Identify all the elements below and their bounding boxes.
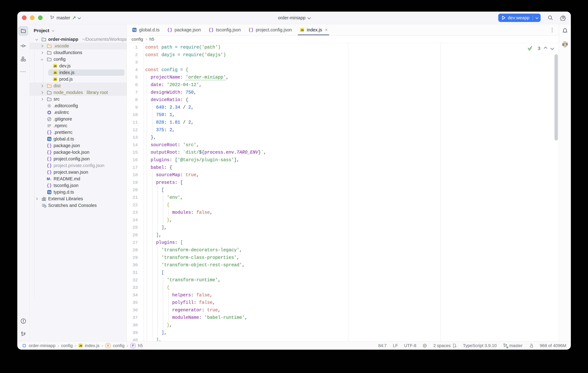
line-number[interactable]: 29 bbox=[128, 254, 138, 262]
prev-problem-chevron[interactable] bbox=[544, 47, 547, 50]
version-control-tool-button[interactable] bbox=[20, 331, 26, 338]
tree-item--editorconfig[interactable]: .editorconfig bbox=[30, 102, 127, 109]
tree-item-src[interactable]: src bbox=[30, 96, 127, 102]
line-number[interactable]: 21 bbox=[128, 194, 138, 201]
line-number[interactable]: 8 bbox=[128, 96, 138, 104]
breadcrumb-config[interactable]: config bbox=[132, 37, 143, 42]
read-write-toggle[interactable] bbox=[529, 343, 534, 348]
line-number[interactable]: 34 bbox=[128, 292, 138, 299]
tree-item-global-d-ts[interactable]: TSglobal.d.ts bbox=[30, 136, 127, 142]
status-breadcrumb-index.js[interactable]: index.js bbox=[85, 343, 99, 348]
line-number[interactable]: 7 bbox=[128, 89, 138, 96]
line-number[interactable]: 27 bbox=[128, 239, 138, 247]
settings-gear-icon[interactable] bbox=[560, 15, 566, 21]
line-number[interactable]: 1 bbox=[128, 44, 138, 51]
tree-chevron-down-icon[interactable] bbox=[33, 38, 40, 40]
close-tab-icon[interactable]: × bbox=[325, 27, 328, 33]
line-number[interactable]: 37 bbox=[128, 314, 138, 322]
line-number[interactable]: 17 bbox=[128, 164, 138, 172]
line-number[interactable]: 33 bbox=[128, 284, 138, 292]
tree-item-index-js[interactable]: JSindex.js bbox=[30, 69, 127, 76]
tree-item-external-libraries[interactable]: External Libraries bbox=[30, 196, 127, 202]
tree-item-tsconfig-json[interactable]: {}tsconfig.json bbox=[30, 182, 127, 189]
git-branch[interactable]: master bbox=[503, 343, 523, 348]
line-number[interactable]: 38 bbox=[128, 321, 138, 329]
line-separator[interactable]: LF bbox=[393, 343, 398, 348]
tree-item--gitignore[interactable]: .gitignore bbox=[30, 116, 127, 122]
status-breadcrumb-order-miniapp[interactable]: order-miniapp bbox=[29, 343, 55, 348]
line-number[interactable]: 19 bbox=[128, 179, 138, 186]
tree-chevron-right-icon[interactable] bbox=[39, 52, 45, 54]
line-number[interactable]: 22 bbox=[128, 201, 138, 209]
tree-chevron-right-icon[interactable] bbox=[39, 85, 45, 87]
line-number[interactable]: 5 bbox=[128, 74, 138, 81]
line-number[interactable]: 10 bbox=[128, 111, 138, 119]
tree-chevron-right-icon[interactable] bbox=[39, 92, 45, 93]
typescript-version[interactable]: TypeScript 3.9.10 bbox=[463, 343, 497, 348]
tab-project-config-json[interactable]: {}project.config.json bbox=[244, 24, 295, 35]
line-number[interactable]: 11 bbox=[128, 119, 138, 126]
tree-item-dev-js[interactable]: JSdev.js bbox=[30, 63, 127, 69]
tree-item--prettierrc[interactable]: {}.prettierrc bbox=[30, 129, 127, 136]
line-number[interactable]: 9 bbox=[128, 104, 138, 111]
tree-item-dist[interactable]: dist bbox=[30, 83, 127, 89]
line-number[interactable]: 26 bbox=[128, 231, 138, 239]
tree-item-typing-d-ts[interactable]: TStyping.d.ts bbox=[30, 189, 127, 196]
line-number[interactable]: 12 bbox=[128, 126, 138, 134]
line-number[interactable]: 4 bbox=[128, 66, 138, 74]
tree-item--eslintrc[interactable]: .eslintrc bbox=[30, 109, 127, 116]
line-number[interactable]: 3 bbox=[128, 59, 138, 66]
plugin-x-icon[interactable]: X bbox=[562, 41, 568, 48]
status-breadcrumb-config[interactable]: config bbox=[113, 343, 125, 348]
line-number[interactable]: 15 bbox=[128, 149, 138, 156]
zoom-window-button[interactable] bbox=[38, 15, 43, 20]
search-everywhere-icon[interactable] bbox=[547, 15, 553, 21]
editor-scrollbar-thumb[interactable] bbox=[555, 54, 558, 141]
file-encoding[interactable]: UTF-8 bbox=[404, 343, 416, 348]
tree-item-order-miniapp[interactable]: order-miniapp ~/Documents/Workspace/ bbox=[30, 36, 127, 43]
line-number[interactable]: 18 bbox=[128, 171, 138, 179]
tree-item-project-swan-json[interactable]: {}project.swan.json bbox=[30, 169, 127, 176]
line-number[interactable]: 31 bbox=[128, 269, 138, 277]
tree-item--vscode[interactable]: .vscode bbox=[30, 43, 127, 49]
line-number[interactable]: 30 bbox=[128, 262, 138, 269]
line-number[interactable]: 32 bbox=[128, 277, 138, 284]
line-number[interactable]: 13 bbox=[128, 134, 138, 141]
status-breadcrumb-config[interactable]: config bbox=[61, 343, 73, 348]
memory-indicator[interactable]: 968 of 4096M bbox=[540, 343, 566, 348]
line-number[interactable]: 24 bbox=[128, 217, 138, 224]
tab-package-json[interactable]: {}package.json bbox=[163, 24, 205, 35]
tab-index-js[interactable]: JSindex.js× bbox=[295, 24, 331, 35]
line-number[interactable]: 16 bbox=[128, 156, 138, 164]
breadcrumb-h5[interactable]: h5 bbox=[149, 37, 154, 42]
project-tool-button[interactable] bbox=[19, 26, 28, 36]
line-number[interactable]: 6 bbox=[128, 81, 138, 89]
line-number[interactable]: 35 bbox=[128, 299, 138, 307]
tree-chevron-down-icon[interactable] bbox=[39, 58, 45, 60]
git-branch-widget[interactable]: master ↗ bbox=[50, 15, 80, 20]
editor-gutter[interactable]: 1234567891011121314151617181920212223242… bbox=[127, 43, 144, 341]
tree-item-cloudfunctions[interactable]: cloudfunctions bbox=[30, 49, 127, 56]
tab-tsconfig-json[interactable]: {}tsconfig.json bbox=[205, 24, 244, 35]
line-number[interactable]: 14 bbox=[128, 141, 138, 149]
line-number[interactable]: 20 bbox=[128, 186, 138, 194]
line-number[interactable]: 23 bbox=[128, 209, 138, 217]
line-number[interactable]: 40 bbox=[128, 337, 138, 341]
tree-item-readme-md[interactable]: M↓README.md bbox=[30, 176, 127, 182]
project-title[interactable]: order-miniapp bbox=[278, 11, 310, 24]
close-window-button[interactable] bbox=[22, 15, 27, 20]
inspections-widget[interactable]: 3 bbox=[527, 45, 553, 52]
structure-tool-button[interactable] bbox=[20, 56, 26, 62]
tree-chevron-right-icon[interactable] bbox=[39, 98, 45, 100]
highlight-level[interactable] bbox=[422, 343, 427, 348]
tree-item-package-json[interactable]: {}package.json bbox=[30, 142, 127, 149]
run-options-chevron[interactable] bbox=[533, 14, 541, 22]
caret-position[interactable]: 84:7 bbox=[378, 343, 387, 348]
chevron-down-icon[interactable] bbox=[52, 29, 54, 32]
minimize-window-button[interactable] bbox=[30, 15, 35, 20]
line-number[interactable]: 25 bbox=[128, 224, 138, 231]
tree-item-node-modules[interactable]: node_modules library root bbox=[30, 89, 127, 96]
tree-item-package-lock-json[interactable]: {}package-lock.json bbox=[30, 149, 127, 156]
tree-item--npmrc[interactable]: .npmrc bbox=[30, 122, 127, 129]
line-number[interactable]: 36 bbox=[128, 307, 138, 314]
